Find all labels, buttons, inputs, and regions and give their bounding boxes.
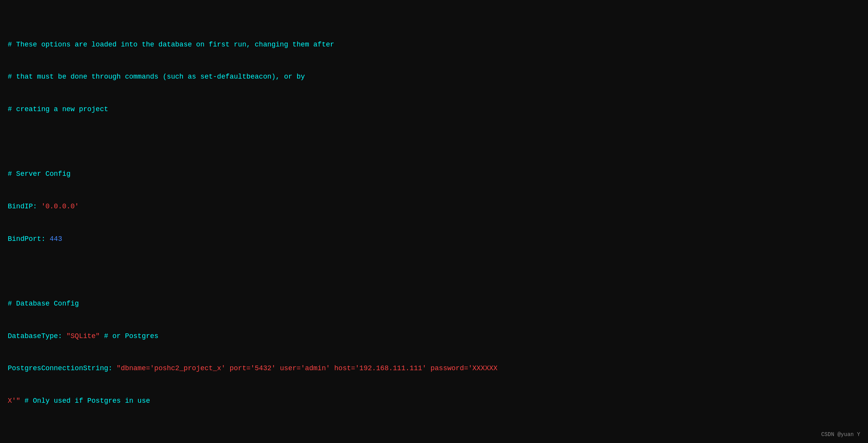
line-1: # These options are loaded into the data…	[8, 39, 860, 50]
dbtype-value: "SQLite"	[66, 332, 100, 340]
line-db-comment: # Database Config	[8, 299, 860, 309]
watermark: CSDN @yuan Y	[821, 431, 860, 439]
code-content: # These options are loaded into the data…	[8, 7, 860, 443]
bindip-key: BindIP:	[8, 203, 41, 210]
line-bindport: BindPort: 443	[8, 234, 860, 245]
bindport-value: 443	[50, 235, 62, 243]
dbtype-comment: # or Postgres	[100, 332, 158, 340]
pgconn-cont-value: X'"	[8, 397, 20, 405]
bindip-value: '0.0.0.0'	[41, 203, 79, 210]
line-pgconn: PostgresConnectionString: "dbname='poshc…	[8, 363, 860, 374]
bindport-key: BindPort:	[8, 235, 50, 243]
pgconn-comment: # Only used if Postgres in use	[20, 397, 150, 405]
line-blank-2	[8, 266, 860, 277]
line-3: # creating a new project	[8, 104, 860, 115]
line-blank-3	[8, 428, 860, 439]
dbtype-key: DatabaseType:	[8, 332, 66, 340]
pgconn-value: "dbname='poshc2_project_x' port='5432' u…	[117, 364, 498, 372]
line-bindip: BindIP: '0.0.0.0'	[8, 201, 860, 212]
line-server-comment: # Server Config	[8, 169, 860, 180]
line-dbtype: DatabaseType: "SQLite" # or Postgres	[8, 331, 860, 342]
pgconn-key: PostgresConnectionString:	[8, 364, 117, 372]
line-2: # that must be done through commands (su…	[8, 72, 860, 82]
line-pgconn-cont: X'" # Only used if Postgres in use	[8, 396, 860, 407]
line-blank-1	[8, 137, 860, 148]
